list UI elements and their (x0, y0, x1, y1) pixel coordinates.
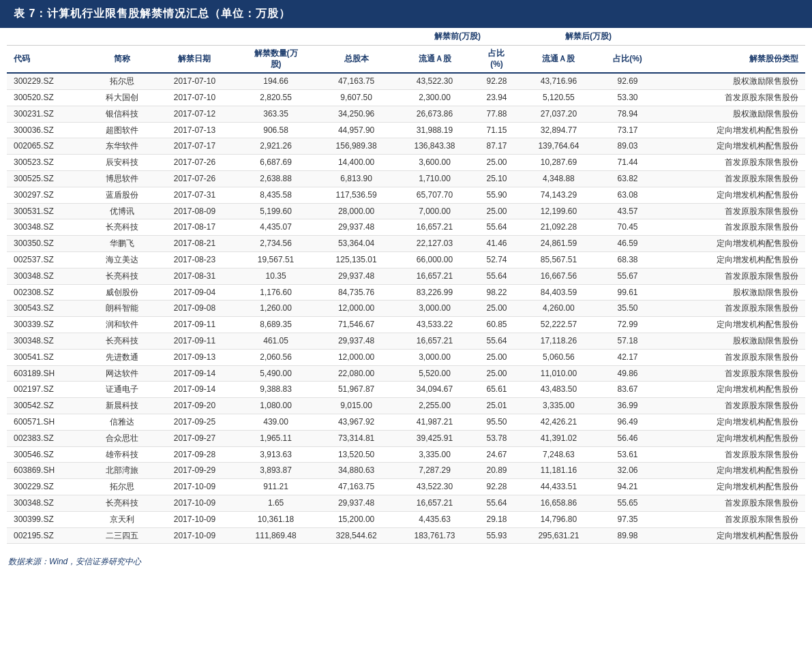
cell-pct_after: 92.69 (598, 73, 657, 89)
cell-pct_after: 36.99 (598, 398, 657, 414)
cell-pct_before: 41.46 (474, 236, 520, 252)
cell-circulate_after: 43,716.96 (520, 73, 598, 89)
cell-code: 300541.SZ (7, 349, 89, 365)
cell-total: 29,937.48 (317, 219, 395, 236)
cell-total: 51,967.87 (317, 382, 395, 398)
table-row: 002308.SZ威创股份2017-09-041,176.6084,735.76… (7, 284, 805, 301)
cell-circulate_after: 52,222.57 (520, 317, 598, 333)
cell-code: 300546.SZ (7, 446, 89, 463)
table-row: 300542.SZ新晨科技2017-09-201,080.009,015.002… (7, 398, 805, 414)
cell-date: 2017-07-10 (155, 73, 235, 89)
cell-type: 首发原股东限售股份 (657, 446, 805, 463)
cell-circulate_after: 11,010.00 (520, 365, 598, 382)
cell-code: 300339.SZ (7, 317, 89, 333)
table-row: 300531.SZ优博讯2017-08-095,199.6028,000.007… (7, 203, 805, 219)
cell-total: 47,163.75 (317, 73, 395, 89)
table-row: 300339.SZ润和软件2017-09-118,689.3571,546.67… (7, 317, 805, 333)
cell-type: 首发原股东限售股份 (657, 268, 805, 284)
cell-total: 12,000.00 (317, 301, 395, 317)
cell-pct_before: 55.93 (474, 527, 520, 544)
cell-quantity: 911.21 (235, 479, 317, 495)
cell-type: 首发原股东限售股份 (657, 495, 805, 511)
cell-pct_before: 55.90 (474, 187, 520, 203)
cell-type: 股权激励限售股份 (657, 106, 805, 122)
group-empty (7, 28, 395, 46)
cell-total: 28,000.00 (317, 203, 395, 219)
cell-date: 2017-09-29 (155, 463, 235, 479)
cell-total: 43,967.92 (317, 414, 395, 430)
cell-pct_after: 89.98 (598, 527, 657, 544)
cell-total: 12,000.00 (317, 349, 395, 365)
cell-pct_after: 53.30 (598, 89, 657, 106)
cell-total: 53,364.04 (317, 236, 395, 252)
table-row: 300348.SZ长亮科技2017-08-3110.3529,937.4816,… (7, 268, 805, 284)
cell-circulate_before: 136,843.38 (395, 138, 474, 155)
table-row: 300348.SZ长亮科技2017-10-091.6529,937.4816,6… (7, 495, 805, 511)
cell-circulate_before: 43,522.30 (395, 479, 474, 495)
cell-date: 2017-08-21 (155, 236, 235, 252)
cell-circulate_after: 43,483.50 (520, 382, 598, 398)
cell-quantity: 5,490.00 (235, 365, 317, 382)
cell-code: 002308.SZ (7, 284, 89, 301)
cell-name: 京天利 (89, 511, 155, 527)
cell-circulate_before: 16,657.21 (395, 268, 474, 284)
cell-quantity: 194.66 (235, 73, 317, 89)
table-row: 603869.SH北部湾旅2017-09-293,893.8734,880.63… (7, 463, 805, 479)
cell-circulate_after: 4,260.00 (520, 301, 598, 317)
cell-code: 002197.SZ (7, 382, 89, 398)
cell-quantity: 2,638.88 (235, 170, 317, 187)
cell-quantity: 10,361.18 (235, 511, 317, 527)
cell-pct_before: 25.00 (474, 155, 520, 171)
cell-name: 辰安科技 (89, 155, 155, 171)
cell-code: 300525.SZ (7, 170, 89, 187)
col-quantity: 解禁数量(万股) (235, 46, 317, 74)
cell-pct_before: 53.78 (474, 430, 520, 446)
cell-date: 2017-09-11 (155, 317, 235, 333)
cell-name: 二三四五 (89, 527, 155, 544)
cell-name: 海立美达 (89, 251, 155, 268)
cell-date: 2017-08-09 (155, 203, 235, 219)
cell-type: 首发原股东限售股份 (657, 155, 805, 171)
cell-circulate_before: 66,000.00 (395, 251, 474, 268)
cell-pct_after: 70.45 (598, 219, 657, 236)
cell-total: 13,520.50 (317, 446, 395, 463)
cell-type: 首发原股东限售股份 (657, 511, 805, 527)
cell-circulate_after: 4,348.88 (520, 170, 598, 187)
cell-date: 2017-09-13 (155, 349, 235, 365)
cell-quantity: 5,199.60 (235, 203, 317, 219)
cell-code: 300543.SZ (7, 301, 89, 317)
cell-type: 首发原股东限售股份 (657, 301, 805, 317)
col-circ-after: 流通Ａ股 (520, 46, 598, 74)
cell-pct_after: 97.35 (598, 511, 657, 527)
cell-circulate_after: 16,658.86 (520, 495, 598, 511)
cell-quantity: 10.35 (235, 268, 317, 284)
table-row: 300520.SZ科大国创2017-07-102,820.559,607.502… (7, 89, 805, 106)
table-row: 300350.SZ华鹏飞2017-08-212,734.5653,364.042… (7, 236, 805, 252)
col-circ-before: 流通Ａ股 (395, 46, 474, 74)
cell-pct_before: 55.64 (474, 333, 520, 349)
cell-total: 44,957.90 (317, 122, 395, 138)
cell-circulate_before: 65,707.70 (395, 187, 474, 203)
cell-date: 2017-09-20 (155, 398, 235, 414)
cell-circulate_before: 43,533.22 (395, 317, 474, 333)
cell-code: 300229.SZ (7, 479, 89, 495)
cell-quantity: 1,260.00 (235, 301, 317, 317)
cell-quantity: 19,567.51 (235, 251, 317, 268)
cell-pct_after: 55.65 (598, 495, 657, 511)
cell-total: 47,163.75 (317, 479, 395, 495)
table-row: 300229.SZ拓尔思2017-07-10194.6647,163.7543,… (7, 73, 805, 89)
cell-quantity: 1,965.11 (235, 430, 317, 446)
cell-pct_after: 83.67 (598, 382, 657, 398)
cell-code: 300399.SZ (7, 511, 89, 527)
cell-circulate_after: 74,143.29 (520, 187, 598, 203)
cell-type: 定向增发机构配售股份 (657, 187, 805, 203)
cell-circulate_before: 16,657.21 (395, 219, 474, 236)
table-row: 300231.SZ银信科技2017-07-12363.3534,250.9626… (7, 106, 805, 122)
cell-name: 长亮科技 (89, 219, 155, 236)
table-row: 600571.SH信雅达2017-09-25439.0043,967.9241,… (7, 414, 805, 430)
cell-quantity: 8,435.58 (235, 187, 317, 203)
cell-circulate_before: 2,300.00 (395, 89, 474, 106)
col-code: 代码 (7, 46, 89, 74)
cell-circulate_before: 183,761.73 (395, 527, 474, 544)
cell-total: 156,989.38 (317, 138, 395, 155)
